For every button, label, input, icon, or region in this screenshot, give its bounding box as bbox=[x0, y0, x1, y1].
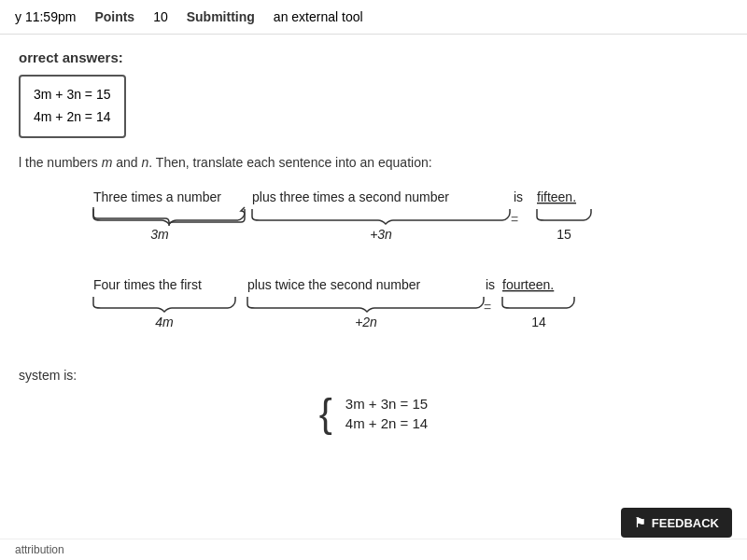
system-brace-container: { 3m + 3n = 15 4m + 2n = 14 bbox=[319, 394, 428, 433]
attribution-text: attribution bbox=[15, 543, 64, 556]
submitting-label: Submitting bbox=[187, 9, 255, 24]
feedback-icon: ⚑ bbox=[634, 515, 646, 530]
correct-answers-section: orrect answers: 3m + 3n = 15 4m + 2n = 1… bbox=[19, 49, 728, 155]
attribution-bar: attribution bbox=[0, 539, 747, 560]
eq-lines: 3m + 3n = 15 4m + 2n = 14 bbox=[345, 396, 428, 431]
var-m: m bbox=[102, 155, 113, 170]
svg-text:=: = bbox=[511, 212, 518, 227]
svg-text:fourteen.: fourteen. bbox=[502, 277, 554, 292]
svg-text:plus twice the second number: plus twice the second number bbox=[247, 277, 421, 292]
answer-box: 3m + 3n = 15 4m + 2n = 14 bbox=[19, 75, 126, 138]
instruction-text: l the numbers m and n. Then, translate e… bbox=[19, 155, 728, 170]
instruction-middle: and bbox=[112, 155, 141, 170]
svg-text:=: = bbox=[484, 300, 491, 315]
instruction-before: l the numbers bbox=[19, 155, 102, 170]
submitting-value: an external tool bbox=[274, 9, 363, 24]
due-time: y 11:59pm bbox=[15, 9, 76, 24]
svg-text:is: is bbox=[486, 277, 495, 292]
system-eq2: 4m + 2n = 14 bbox=[345, 415, 428, 431]
svg-text:4m: 4m bbox=[155, 315, 174, 329]
svg-text:fifteen.: fifteen. bbox=[537, 189, 576, 204]
svg-text:Four times the first: Four times the first bbox=[93, 277, 202, 292]
svg-text:Three times a number: Three times a number bbox=[93, 189, 221, 204]
main-content: orrect answers: 3m + 3n = 15 4m + 2n = 1… bbox=[0, 35, 747, 553]
system-label: system is: bbox=[19, 368, 728, 383]
system-eq1: 3m + 3n = 15 bbox=[345, 396, 428, 412]
svg-text:14: 14 bbox=[531, 315, 546, 329]
svg-text:plus three times a second numb: plus three times a second number bbox=[252, 189, 449, 204]
diagram1-svg: Three times a number plus three times a … bbox=[75, 187, 672, 271]
svg-text:is: is bbox=[514, 189, 523, 204]
diagram2-svg: Four times the first plus twice the seco… bbox=[75, 274, 672, 358]
feedback-label: FEEDBACK bbox=[652, 516, 719, 530]
svg-text:15: 15 bbox=[557, 227, 571, 242]
points-label: Points bbox=[94, 9, 134, 24]
correct-answers-label: orrect answers: bbox=[19, 49, 728, 65]
svg-text:+3n: +3n bbox=[370, 227, 392, 242]
answer-eq2: 4m + 2n = 14 bbox=[34, 106, 111, 129]
svg-text:+2n: +2n bbox=[355, 315, 377, 329]
big-brace: { bbox=[319, 394, 332, 433]
system-section: system is: { 3m + 3n = 15 4m + 2n = 14 bbox=[19, 368, 728, 433]
instruction-after: . Then, translate each sentence into an … bbox=[148, 155, 431, 170]
points-value: 10 bbox=[153, 9, 168, 24]
svg-text:3m: 3m bbox=[150, 227, 169, 242]
answer-eq1: 3m + 3n = 15 bbox=[34, 84, 111, 106]
feedback-button[interactable]: ⚑ FEEDBACK bbox=[621, 508, 732, 538]
system-equations: { 3m + 3n = 15 4m + 2n = 14 bbox=[19, 394, 728, 433]
top-bar: y 11:59pm Points 10 Submitting an extern… bbox=[0, 0, 747, 35]
